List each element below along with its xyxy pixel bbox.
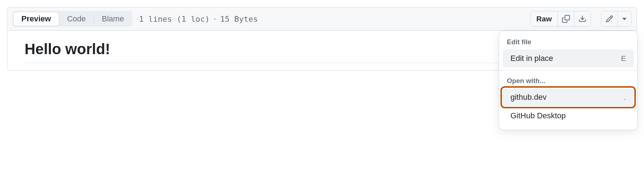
download-button[interactable] (574, 11, 591, 26)
download-icon (578, 15, 586, 23)
raw-actions-group: Raw (530, 11, 591, 27)
file-info: 1 lines (1 loc) · 15 Bytes (139, 15, 258, 24)
menu-item-github-dev-label: github.dev (510, 93, 547, 102)
file-header: Preview Code Blame 1 lines (1 loc) · 15 … (7, 7, 637, 31)
file-size: 15 Bytes (220, 15, 258, 24)
edit-menu-toggle[interactable] (618, 11, 631, 26)
raw-button[interactable]: Raw (531, 11, 558, 26)
menu-item-edit-in-place[interactable]: Edit in place E (503, 50, 634, 67)
copy-icon (562, 15, 570, 23)
menu-item-github-dev-shortcut: . (624, 93, 626, 102)
menu-item-github-dev[interactable]: github.dev . (503, 88, 634, 106)
menu-item-edit-in-place-label: Edit in place (510, 54, 553, 63)
tab-preview-label: Preview (21, 14, 51, 24)
dropdown-section-open-title: Open with... (499, 73, 637, 88)
edit-actions-group (601, 11, 632, 27)
tab-blame-label: Blame (102, 14, 124, 24)
edit-dropdown-menu: Edit file Edit in place E Open with... g… (499, 31, 638, 130)
file-lines: 1 lines (1 loc) (139, 15, 210, 24)
file-info-separator: · (213, 15, 217, 24)
tab-blame[interactable]: Blame (94, 12, 132, 26)
tab-preview[interactable]: Preview (13, 12, 59, 26)
pencil-icon (606, 15, 613, 23)
view-mode-tabs: Preview Code Blame (12, 11, 133, 27)
menu-item-github-desktop-label: GitHub Desktop (510, 111, 566, 120)
dropdown-divider (499, 70, 637, 71)
raw-button-label: Raw (536, 15, 552, 23)
dropdown-section-edit-title: Edit file (499, 35, 637, 49)
caret-down-icon (622, 18, 627, 20)
tab-code-label: Code (67, 14, 86, 24)
menu-item-github-desktop[interactable]: GitHub Desktop (503, 107, 634, 125)
copy-button[interactable] (558, 11, 574, 26)
menu-item-edit-shortcut: E (621, 55, 626, 63)
edit-button[interactable] (601, 11, 618, 26)
tab-code[interactable]: Code (59, 12, 94, 26)
